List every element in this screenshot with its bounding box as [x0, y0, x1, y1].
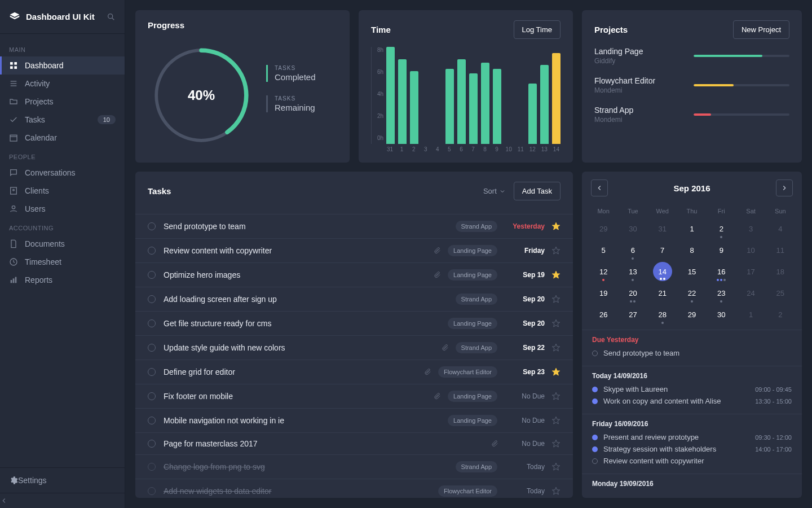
star-icon[interactable] [551, 295, 561, 304]
task-row[interactable]: Fix footer on mobile Landing Page No Due [135, 384, 573, 408]
sidebar-item-documents[interactable]: Documents [0, 235, 125, 253]
calendar-day[interactable]: 14 [653, 262, 672, 281]
task-checkbox[interactable] [148, 440, 156, 448]
task-checkbox[interactable] [148, 222, 156, 230]
sidebar-item-conversations[interactable]: Conversations [0, 164, 125, 182]
sidebar-item-tasks[interactable]: Tasks10 [0, 111, 125, 129]
task-row[interactable]: Add new widgets to data editor Flowychar… [135, 479, 573, 498]
task-checkbox[interactable] [148, 271, 156, 279]
calendar-day[interactable]: 16 [707, 261, 736, 282]
time-bar[interactable] [481, 63, 489, 144]
task-checkbox[interactable] [148, 392, 156, 400]
sidebar-item-timesheet[interactable]: Timesheet [0, 253, 125, 271]
log-time-button[interactable]: Log Time [514, 20, 561, 39]
task-row[interactable]: Change logo from png to svg Strand App T… [135, 454, 573, 479]
calendar-day[interactable]: 2 [707, 218, 736, 239]
task-row[interactable]: Send prototype to team Strand App Yester… [135, 214, 573, 238]
sort-button[interactable]: Sort [483, 187, 506, 195]
task-checkbox[interactable] [148, 368, 156, 376]
star-icon[interactable] [551, 270, 561, 279]
add-task-button[interactable]: Add Task [514, 182, 561, 200]
time-bar[interactable] [493, 69, 501, 144]
event-item[interactable]: Strategy session with stakeholders14:00 … [592, 443, 792, 455]
calendar-day[interactable]: 21 [648, 282, 677, 304]
task-checkbox[interactable] [148, 295, 156, 303]
task-checkbox[interactable] [148, 487, 156, 495]
time-bar[interactable] [410, 71, 418, 144]
calendar-day[interactable]: 27 [618, 304, 647, 325]
calendar-next-button[interactable] [776, 179, 793, 196]
task-row[interactable]: Mobile navigation not working in ie Land… [135, 408, 573, 432]
star-icon[interactable] [551, 462, 561, 471]
calendar-day[interactable]: 26 [589, 304, 618, 325]
time-bar[interactable] [398, 59, 407, 144]
calendar-day[interactable]: 15 [677, 261, 707, 282]
new-project-button[interactable]: New Project [733, 20, 789, 39]
star-icon[interactable] [551, 246, 561, 255]
time-bar[interactable] [540, 65, 549, 144]
task-checkbox[interactable] [148, 463, 156, 471]
task-row[interactable]: Add loading screen after sign up Strand … [135, 287, 573, 311]
sidebar-item-users[interactable]: Users [0, 200, 125, 218]
search-icon[interactable] [107, 12, 116, 21]
calendar-day[interactable]: 8 [677, 239, 707, 261]
calendar-day[interactable]: 10 [736, 239, 765, 261]
calendar-day[interactable]: 19 [589, 282, 618, 304]
star-icon[interactable] [551, 319, 561, 328]
calendar-day[interactable]: 31 [648, 218, 677, 239]
event-item[interactable]: Work on copy and content with Alise13:30… [592, 395, 792, 407]
time-bar[interactable] [469, 73, 478, 144]
sidebar-item-projects[interactable]: Projects [0, 93, 125, 111]
calendar-day[interactable]: 3 [736, 218, 765, 239]
calendar-day[interactable]: 25 [766, 282, 795, 304]
calendar-day[interactable]: 4 [766, 218, 795, 239]
sidebar-item-clients[interactable]: Clients [0, 182, 125, 200]
task-checkbox[interactable] [148, 344, 156, 352]
calendar-day[interactable]: 23 [707, 282, 736, 304]
time-bar[interactable] [528, 84, 537, 144]
star-icon[interactable] [551, 392, 561, 401]
event-item[interactable]: Skype with Laureen09:00 - 09:45 [592, 383, 792, 395]
calendar-day[interactable]: 1 [677, 218, 707, 239]
project-row[interactable]: Landing PageGiddify [594, 47, 789, 65]
calendar-prev-button[interactable] [591, 179, 608, 196]
calendar-day[interactable]: 30 [618, 218, 647, 239]
calendar-day[interactable]: 12 [589, 261, 618, 282]
calendar-day[interactable]: 9 [707, 239, 736, 261]
task-row[interactable]: Page for masterclass 2017 No Due [135, 432, 573, 454]
collapse-sidebar-button[interactable] [0, 493, 125, 508]
sidebar-item-reports[interactable]: Reports [0, 271, 125, 289]
time-bar[interactable] [445, 69, 454, 144]
calendar-day[interactable]: 28 [648, 304, 677, 325]
calendar-day[interactable]: 20 [618, 282, 647, 304]
calendar-day[interactable]: 17 [736, 261, 765, 282]
calendar-day[interactable]: 6 [618, 239, 647, 261]
time-bar[interactable] [386, 47, 395, 144]
project-row[interactable]: Flowychart EditorMondemi [594, 76, 789, 94]
event-item[interactable]: Present and review prototype09:30 - 12:0… [592, 431, 792, 443]
task-row[interactable]: Review content with copywriter Landing P… [135, 238, 573, 262]
task-checkbox[interactable] [148, 319, 156, 327]
calendar-day[interactable]: 5 [589, 239, 618, 261]
star-icon[interactable] [551, 222, 561, 231]
calendar-day[interactable]: 29 [589, 218, 618, 239]
task-row[interactable]: Update style guide with new colors Stran… [135, 335, 573, 360]
calendar-day[interactable]: 2 [766, 304, 795, 325]
star-icon[interactable] [551, 439, 561, 448]
task-row[interactable]: Optimize hero images Landing Page Sep 19 [135, 262, 573, 287]
time-bar[interactable] [552, 53, 561, 144]
sidebar-item-activity[interactable]: Activity [0, 75, 125, 93]
sidebar-item-calendar[interactable]: Calendar [0, 129, 125, 147]
task-row[interactable]: Define grid for editor Flowychart Editor… [135, 360, 573, 384]
calendar-day[interactable]: 11 [766, 239, 795, 261]
calendar-day[interactable]: 30 [707, 304, 736, 325]
sidebar-item-dashboard[interactable]: Dashboard [0, 56, 125, 75]
calendar-day[interactable]: 1 [736, 304, 765, 325]
star-icon[interactable] [551, 343, 561, 352]
calendar-day[interactable]: 29 [677, 304, 707, 325]
time-bar[interactable] [457, 59, 466, 144]
event-item[interactable]: Send prototype to team [592, 347, 792, 359]
star-icon[interactable] [551, 367, 561, 376]
project-row[interactable]: Strand AppMondemi [594, 106, 789, 124]
task-checkbox[interactable] [148, 417, 156, 424]
